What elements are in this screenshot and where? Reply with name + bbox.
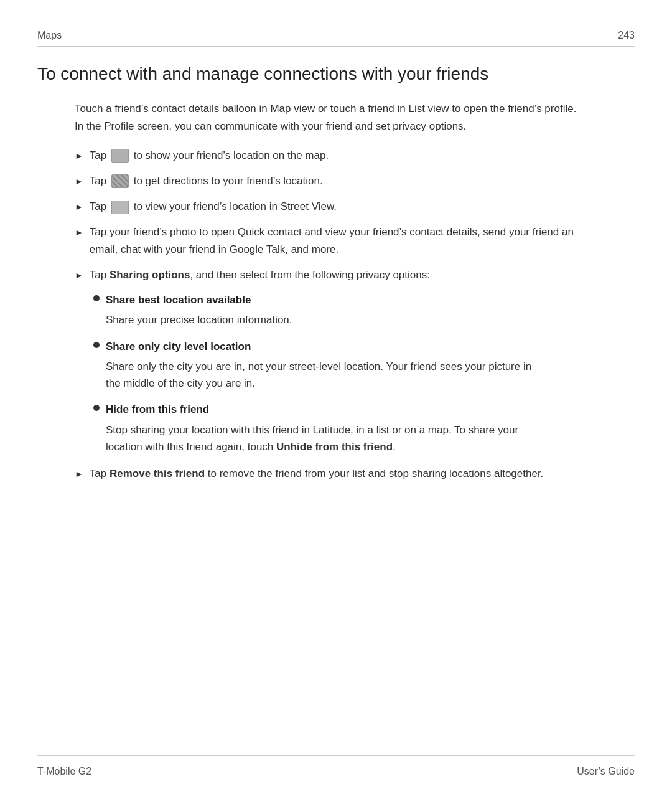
header-page-number: 243: [618, 30, 635, 41]
arrow-icon: ►: [75, 225, 83, 239]
bullet-text-photo: Tap your friend’s photo to open Quick co…: [90, 224, 585, 257]
remove-bullet-list: ► Tap Remove this friend to remove the f…: [75, 465, 635, 482]
bullet-text-sharing: Tap Sharing options, and then select fro…: [90, 267, 585, 283]
streetview-inline-icon: [111, 201, 129, 214]
bullet-item-directions: ► Tap to get directions to your friend’s…: [75, 172, 585, 189]
bullet-item-photo: ► Tap your friend’s photo to open Quick …: [75, 224, 585, 257]
directions-inline-icon: [111, 174, 129, 188]
page-title: To connect with and manage connections w…: [37, 63, 635, 85]
option-hide-header: Hide from this friend: [93, 402, 635, 418]
circle-bullet-icon: [93, 405, 100, 411]
header-section-label: Maps: [37, 30, 62, 41]
option-city-level: Share only city level location Share onl…: [93, 339, 635, 392]
bullet-item-map: ► Tap to show your friend’s location on …: [75, 147, 585, 164]
sharing-options-label: Sharing options: [110, 269, 190, 281]
remove-friend-label: Remove this friend: [110, 468, 205, 479]
sharing-options-list: Share best location available Share your…: [75, 292, 635, 455]
unhide-label: Unhide from this friend: [276, 441, 393, 453]
option-hide-title: Hide from this friend: [106, 402, 209, 418]
page-header: Maps 243: [37, 30, 635, 47]
bullet-text-remove: Tap Remove this friend to remove the fri…: [90, 465, 585, 482]
arrow-icon: ►: [75, 200, 83, 214]
option-city-level-title: Share only city level location: [106, 339, 251, 355]
intro-paragraph: Touch a friend’s contact details balloon…: [75, 100, 585, 134]
option-best-location-desc: Share your precise location information.: [93, 311, 541, 328]
content-area: Touch a friend’s contact details balloon…: [37, 100, 635, 755]
arrow-icon: ►: [75, 467, 83, 481]
circle-bullet-icon: [93, 342, 100, 348]
option-best-location: Share best location available Share your…: [93, 292, 635, 329]
option-best-location-title: Share best location available: [106, 292, 251, 308]
footer-guide-label: User’s Guide: [577, 766, 635, 777]
option-hide-desc: Stop sharing your location with this fri…: [93, 422, 541, 455]
footer-device-label: T-Mobile G2: [37, 766, 91, 777]
bullet-item-remove: ► Tap Remove this friend to remove the f…: [75, 465, 585, 482]
bullet-text-directions: Tap to get directions to your friend’s l…: [90, 172, 585, 189]
arrow-icon: ►: [75, 174, 83, 188]
circle-bullet-icon: [93, 295, 100, 301]
bullet-list: ► Tap to show your friend’s location on …: [75, 147, 635, 283]
page-container: Maps 243 To connect with and manage conn…: [0, 0, 672, 807]
bullet-text-streetview: Tap to view your friend’s location in St…: [90, 198, 585, 215]
bullet-item-streetview: ► Tap to view your friend’s location in …: [75, 198, 585, 215]
option-city-level-header: Share only city level location: [93, 339, 635, 355]
option-best-location-header: Share best location available: [93, 292, 635, 308]
arrow-icon: ►: [75, 268, 83, 282]
page-footer: T-Mobile G2 User’s Guide: [37, 755, 635, 777]
arrow-icon: ►: [75, 149, 83, 163]
map-inline-icon: [111, 149, 129, 163]
bullet-item-sharing: ► Tap Sharing options, and then select f…: [75, 267, 585, 283]
bullet-text-map: Tap to show your friend’s location on th…: [90, 147, 585, 164]
option-city-level-desc: Share only the city you are in, not your…: [93, 358, 541, 392]
option-hide: Hide from this friend Stop sharing your …: [93, 402, 635, 455]
